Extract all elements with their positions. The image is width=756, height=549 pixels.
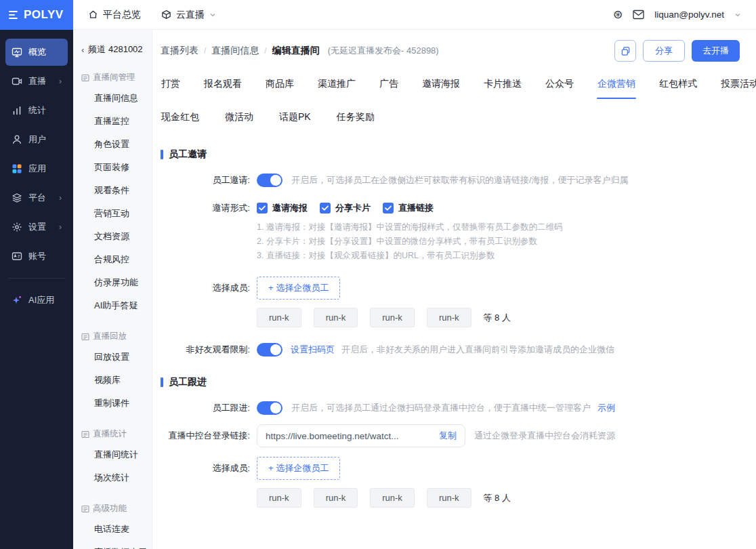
scan-page-settings-link[interactable]: 设置扫码页 xyxy=(291,344,335,356)
sidebar-item-overview[interactable]: 概览 xyxy=(5,39,68,66)
chevron-down-icon[interactable] xyxy=(734,12,741,18)
video-camera-icon xyxy=(12,76,22,87)
checkbox-invite-poster[interactable]: 邀请海报 xyxy=(257,202,308,214)
sidebar-item-account[interactable]: 账号 xyxy=(5,243,68,270)
snav-item-data-screen[interactable]: 直播数据大屏 xyxy=(73,541,152,549)
select-wecom-staff-button[interactable]: + 选择企微员工 xyxy=(257,457,340,480)
tab-invite-poster[interactable]: 邀请海报 xyxy=(421,75,461,99)
employee-follow-toggle[interactable] xyxy=(257,401,282,415)
tab-redpacket-style[interactable]: 红包样式 xyxy=(658,75,698,99)
tab-topic-pk[interactable]: 话题PK xyxy=(278,108,312,132)
row-invite-members: 选择成员: + 选择企微员工 xyxy=(161,277,740,300)
mail-icon[interactable] xyxy=(633,9,644,20)
sidebar-item-ai-apps[interactable]: AI应用 xyxy=(5,287,68,314)
nav-cloud-live[interactable]: 云直播 xyxy=(161,9,216,21)
list-icon xyxy=(81,333,89,341)
chevron-right-icon: › xyxy=(59,77,62,86)
sidebar-item-settings[interactable]: 设置 › xyxy=(5,214,68,241)
tab-task-reward[interactable]: 任务奖励 xyxy=(336,108,375,132)
copy-room-button[interactable] xyxy=(614,40,636,62)
non-friend-restriction-toggle[interactable] xyxy=(257,343,282,357)
note-line: 3. 直播链接：对接【观众观看链接】的URL，带有员工识别参数 xyxy=(257,249,740,263)
user-email[interactable]: liquan@polyv.net xyxy=(654,9,724,20)
console-login-input-box: 复制 xyxy=(257,424,465,447)
snav-item-roles[interactable]: 角色设置 xyxy=(73,133,152,156)
tab-card-push[interactable]: 卡片推送 xyxy=(483,75,522,99)
tab-vote-activity[interactable]: 投票活动 xyxy=(720,75,756,99)
checkbox-share-card[interactable]: 分享卡片 xyxy=(320,202,371,214)
top-right-area: ⊛ liquan@polyv.net xyxy=(613,9,741,20)
sidebar-item-label: 设置 xyxy=(28,221,46,233)
sidebar-item-label: 统计 xyxy=(28,104,46,117)
snav-item-remake-courseware[interactable]: 重制课件 xyxy=(73,392,152,415)
snav-item-live-monitor[interactable]: 直播监控 xyxy=(73,110,152,133)
brand-logo: POLYV xyxy=(24,8,64,22)
member-tag: run-k xyxy=(427,488,471,508)
breadcrumb-live-list[interactable]: 直播列表 xyxy=(161,45,198,57)
gear-icon xyxy=(12,222,22,232)
members-label: 选择成员: xyxy=(161,462,250,474)
tab-wecom-marketing[interactable]: 企微营销 xyxy=(597,75,636,99)
breadcrumb-room-info[interactable]: 直播间信息 xyxy=(211,45,259,57)
checkbox-label: 邀请海报 xyxy=(272,202,308,214)
snav-item-video-library[interactable]: 视频库 xyxy=(73,369,152,392)
sidebar-item-apps[interactable]: 应用 xyxy=(5,155,68,182)
select-wecom-staff-button[interactable]: + 选择企微员工 xyxy=(257,277,340,300)
example-link[interactable]: 示例 xyxy=(597,402,615,414)
tab-reward[interactable]: 打赏 xyxy=(161,75,181,99)
sidebar-item-platform[interactable]: 平台 › xyxy=(5,184,68,211)
non-friend-restriction-label: 非好友观看限制: xyxy=(161,344,250,356)
tab-official-account[interactable]: 公众号 xyxy=(545,75,574,99)
snav-group-advanced: 高级功能 电话连麦 直播数据大屏 实时字幕 xyxy=(73,497,152,549)
row-follow-members: 选择成员: + 选择企微员工 xyxy=(161,457,740,480)
logo-block[interactable]: POLYV xyxy=(0,0,73,30)
sidebar-item-stats[interactable]: 统计 xyxy=(5,97,68,124)
tab-bar-row2: 现金红包 微活动 话题PK 任务奖励 xyxy=(161,108,740,132)
nav-platform-overview[interactable]: 平台总览 xyxy=(88,9,141,21)
tab-cash-redpacket[interactable]: 现金红包 xyxy=(161,108,200,132)
member-tag: run-k xyxy=(314,308,358,327)
share-button[interactable]: 分享 xyxy=(643,40,685,62)
tab-product-library[interactable]: 商品库 xyxy=(265,75,295,99)
tab-channel-promo[interactable]: 渠道推广 xyxy=(317,75,356,99)
chevron-right-icon: › xyxy=(59,193,62,203)
snav-item-documents[interactable]: 文档资源 xyxy=(73,225,152,248)
checkbox-live-link[interactable]: 直播链接 xyxy=(383,202,434,214)
row-invite-forms: 邀请形式: 邀请海报 分享卡片 直播链接 xyxy=(161,202,740,214)
breadcrumb-current: 编辑直播间 xyxy=(272,45,320,57)
snav-item-watch-conditions[interactable]: 观看条件 xyxy=(73,179,152,202)
chevron-right-icon: › xyxy=(59,222,62,232)
menu-collapse-icon[interactable] xyxy=(9,11,18,19)
help-center-icon[interactable]: ⊛ xyxy=(613,9,623,20)
checkbox-checked-icon xyxy=(383,203,394,214)
channel-back[interactable]: ‹ 频道 4281002 xyxy=(73,30,152,58)
member-tag: run-k xyxy=(257,308,301,327)
tab-signup-watch[interactable]: 报名观看 xyxy=(203,75,243,99)
non-friend-restriction-hint: 开启后，非好友关系的用户进入直播间前引导添加邀请成员的企业微信 xyxy=(341,344,614,356)
snav-item-ai-assistant[interactable]: AI助手答疑 xyxy=(73,294,152,317)
snav-item-session-stats[interactable]: 场次统计 xyxy=(73,466,152,489)
snav-item-replay-settings[interactable]: 回放设置 xyxy=(73,346,152,369)
console-login-input[interactable] xyxy=(266,431,434,441)
go-live-button[interactable]: 去开播 xyxy=(692,40,740,62)
snav-item-marketing[interactable]: 营销互动 xyxy=(73,202,152,225)
section-title-employee-invite: 员工邀请 xyxy=(161,148,740,161)
sidebar-item-users[interactable]: 用户 xyxy=(5,126,68,153)
snav-item-screen-record[interactable]: 仿录屏功能 xyxy=(73,271,152,294)
tab-micro-activity[interactable]: 微活动 xyxy=(224,108,254,132)
snav-item-room-stats[interactable]: 直播间统计 xyxy=(73,443,152,466)
snav-item-compliance[interactable]: 合规风控 xyxy=(73,248,152,271)
employee-invite-toggle[interactable] xyxy=(257,174,282,187)
sidebar-item-label: AI应用 xyxy=(28,294,54,306)
invite-form-notes: 1. 邀请海报：对接【邀请海报】中设置的海报样式，仅替换带有员工参数的二维码 2… xyxy=(257,220,740,263)
tab-ads[interactable]: 广告 xyxy=(379,75,399,99)
snav-item-page-decorate[interactable]: 页面装修 xyxy=(73,156,152,179)
sidebar-item-live[interactable]: 直播 › xyxy=(5,68,68,95)
snav-item-room-info[interactable]: 直播间信息 xyxy=(73,87,152,110)
sidebar-item-label: 平台 xyxy=(28,192,46,204)
body: 概览 直播 › 统计 用户 应用 平台 › xyxy=(0,30,756,549)
row-console-login-link: 直播中控台登录链接: 复制 通过企微登录直播中控台会消耗资源 xyxy=(161,424,740,447)
snav-item-phone-connect[interactable]: 电话连麦 xyxy=(73,518,152,541)
list-icon xyxy=(81,430,89,439)
copy-link[interactable]: 复制 xyxy=(439,430,457,442)
